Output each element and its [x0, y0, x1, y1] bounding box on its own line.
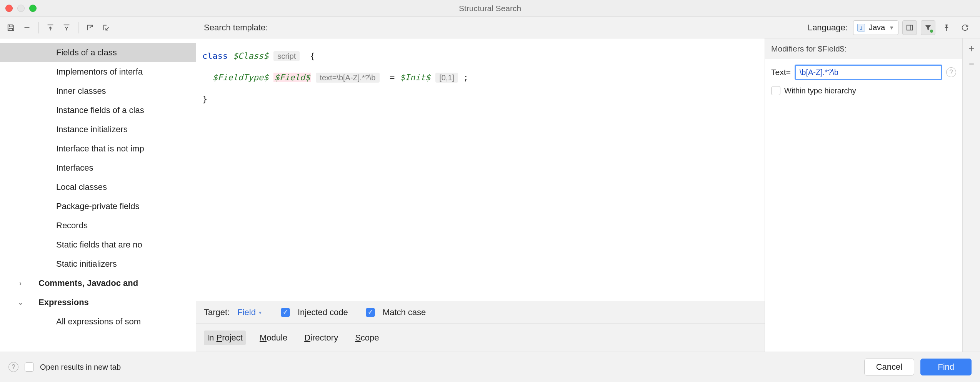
match-case-checkbox[interactable]	[366, 308, 375, 317]
tree-item-label: Interface that is not imp	[56, 144, 144, 154]
import-icon[interactable]	[99, 21, 113, 35]
export-icon[interactable]	[83, 21, 97, 35]
tree-item-label: Package-private fields	[56, 201, 139, 211]
window-controls	[5, 5, 37, 12]
code-badge-script[interactable]: script	[273, 51, 300, 61]
code-var-class[interactable]: $Class$	[233, 51, 268, 61]
refresh-icon[interactable]	[958, 20, 972, 35]
window-title: Structural Search	[459, 4, 521, 13]
minimize-window-button[interactable]	[17, 5, 25, 12]
tree-category[interactable]: ›Comments, Javadoc and	[0, 274, 196, 293]
modifiers-panel: Modifiers for $Field$: Text= ? Within ty…	[765, 38, 980, 352]
injected-code-label: Injected code	[298, 307, 348, 317]
svg-line-6	[106, 27, 108, 30]
tree-item-label: Records	[56, 221, 88, 231]
toolbar-separator	[38, 22, 39, 33]
code-semi: ;	[463, 73, 468, 82]
templates-tree[interactable]: Fields of a classImplementors of interfa…	[0, 38, 196, 352]
chevron-down-icon[interactable]: ⌄	[16, 298, 25, 307]
zoom-window-button[interactable]	[29, 5, 37, 12]
java-file-icon: J	[857, 24, 865, 32]
tree-item[interactable]: Implementors of interfa	[0, 62, 196, 81]
editor-panel: Search template: Language: J Java ▼	[196, 17, 980, 352]
within-hierarchy-label: Within type hierarchy	[784, 86, 856, 95]
scope-tab[interactable]: Directory	[301, 331, 341, 345]
cancel-button[interactable]: Cancel	[864, 359, 914, 375]
tree-item[interactable]: All expressions of som	[0, 312, 196, 331]
remove-template-icon[interactable]	[20, 21, 34, 35]
help-icon[interactable]: ?	[8, 362, 18, 372]
target-label: Target:	[204, 307, 230, 317]
tree-item-label: Implementors of interfa	[56, 67, 143, 77]
tree-item-label: All expressions of som	[56, 317, 141, 327]
scope-tab[interactable]: In Project	[204, 331, 246, 345]
chevron-down-icon: ▾	[259, 309, 262, 316]
tree-item-label: Interfaces	[56, 163, 93, 173]
code-var-fieldtype[interactable]: $FieldType$	[213, 73, 269, 82]
tree-item-label: Expressions	[38, 297, 89, 307]
filter-icon[interactable]	[921, 20, 935, 35]
tree-item-label: Instance fields of a clas	[56, 105, 144, 115]
code-editor[interactable]: class $Class$ script { $FieldType$ $Fiel…	[196, 38, 765, 301]
footer: ? Open results in new tab Cancel Find	[0, 352, 980, 382]
tree-item-label: Fields of a class	[56, 48, 117, 58]
target-select[interactable]: Field ▾	[237, 307, 262, 317]
help-icon[interactable]: ?	[946, 67, 956, 77]
tree-item-label: Comments, Javadoc and	[38, 278, 138, 288]
tree-item[interactable]: Inner classes	[0, 81, 196, 101]
language-select[interactable]: J Java ▼	[853, 20, 898, 35]
editor-wrap: class $Class$ script { $FieldType$ $Fiel…	[196, 38, 765, 352]
tree-item[interactable]: Records	[0, 216, 196, 235]
open-new-tab-checkbox[interactable]	[25, 362, 34, 372]
tree-item[interactable]: Package-private fields	[0, 197, 196, 216]
tree-category[interactable]: ⌄Expressions	[0, 293, 196, 312]
injected-code-checkbox[interactable]	[281, 308, 290, 317]
tree-item[interactable]: Instance fields of a clas	[0, 101, 196, 120]
code-eq: =	[390, 73, 395, 82]
code-badge-text[interactable]: text=\b[A-Z].*?\b	[316, 73, 379, 83]
modifier-text-label: Text=	[771, 68, 791, 77]
modifier-text-input[interactable]	[795, 65, 942, 80]
remove-modifier-button[interactable]: －	[966, 58, 977, 69]
scope-tab[interactable]: Scope	[352, 331, 382, 345]
pin-icon[interactable]	[939, 20, 954, 35]
tree-item[interactable]: Instance initializers	[0, 120, 196, 139]
chevron-right-icon[interactable]: ›	[16, 279, 25, 287]
editor-header: Search template: Language: J Java ▼	[196, 17, 980, 38]
collapse-all-icon[interactable]	[60, 21, 73, 35]
tree-item[interactable]: Fields of a class	[0, 43, 196, 62]
modifiers-header: Modifiers for $Field$:	[765, 38, 962, 59]
code-brace-close: }	[202, 94, 207, 104]
close-window-button[interactable]	[5, 5, 13, 12]
code-var-field[interactable]: $Field$	[273, 73, 311, 82]
code-badge-count[interactable]: [0,1]	[435, 73, 458, 83]
expand-all-icon[interactable]	[43, 21, 57, 35]
target-value-text: Field	[237, 307, 256, 317]
find-button[interactable]: Find	[920, 359, 972, 375]
editor-and-modifiers: class $Class$ script { $FieldType$ $Fiel…	[196, 38, 980, 352]
svg-line-5	[90, 25, 92, 28]
tree-item-label: Inner classes	[56, 86, 106, 96]
tree-item[interactable]: Static fields that are no	[0, 235, 196, 254]
add-modifier-button[interactable]: ＋	[966, 42, 977, 54]
chevron-down-icon: ▼	[889, 25, 894, 31]
match-case-label: Match case	[383, 307, 426, 317]
code-brace-open: {	[310, 51, 315, 61]
toolbar-separator	[78, 22, 78, 33]
code-var-init[interactable]: $Init$	[400, 73, 430, 82]
modifiers-body: Text= ? Within type hierarchy	[765, 59, 962, 352]
within-hierarchy-checkbox[interactable]	[771, 86, 780, 95]
templates-panel: Fields of a classImplementors of interfa…	[0, 17, 196, 352]
modifiers-side-toolbar: ＋ －	[962, 38, 980, 352]
titlebar: Structural Search	[0, 0, 980, 17]
toggle-panel-icon[interactable]	[902, 20, 917, 35]
save-template-icon[interactable]	[4, 21, 18, 35]
tree-item-label: Static initializers	[56, 259, 117, 269]
tree-item[interactable]: Local classes	[0, 178, 196, 197]
svg-rect-7	[907, 25, 913, 30]
tree-item[interactable]: Interfaces	[0, 158, 196, 178]
scope-tab[interactable]: Module	[257, 331, 290, 345]
tree-item-label: Local classes	[56, 182, 107, 192]
tree-item[interactable]: Static initializers	[0, 254, 196, 274]
tree-item[interactable]: Interface that is not imp	[0, 139, 196, 158]
